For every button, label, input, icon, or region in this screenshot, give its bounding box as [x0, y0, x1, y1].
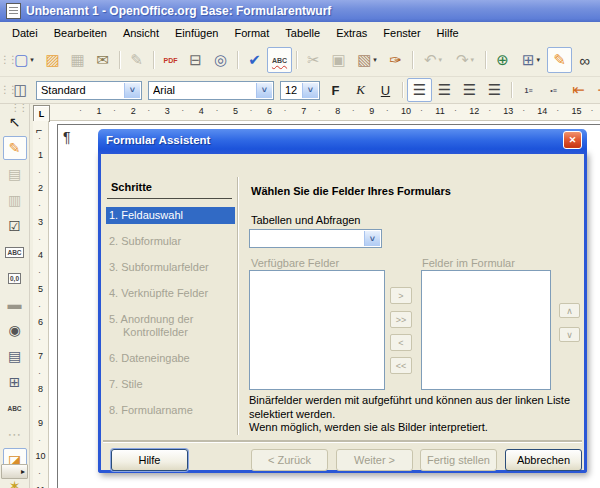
close-icon[interactable]: ✕: [563, 131, 582, 149]
move-button[interactable]: ∧: [559, 303, 580, 318]
move-button[interactable]: ∨: [559, 327, 580, 342]
dropdown-icon[interactable]: ˅: [302, 83, 318, 98]
menu-item[interactable]: Extras: [328, 24, 375, 42]
cut-icon[interactable]: ✂: [301, 47, 326, 73]
print-icon[interactable]: ⊟: [183, 47, 208, 73]
paragraph-style-combo[interactable]: Standard ˅: [36, 81, 142, 100]
page-preview-icon[interactable]: ◎: [208, 47, 233, 73]
save-icon[interactable]: ▦: [65, 47, 90, 73]
font-size-combo[interactable]: 12 ˅: [280, 81, 320, 100]
text-box-icon[interactable]: ABC: [3, 240, 27, 264]
wizard-step[interactable]: 2. Subformular: [106, 233, 235, 250]
toolbar-overflow-button[interactable]: ▸: [1, 464, 28, 479]
more-controls-icon[interactable]: ⋯: [3, 422, 27, 446]
toolbar-grip[interactable]: [0, 87, 8, 93]
font-name-combo[interactable]: Arial ˅: [148, 81, 274, 100]
dialog-button[interactable]: Fertig stellen: [420, 449, 497, 471]
tab-selector-button[interactable]: L: [33, 105, 50, 122]
align-right-icon[interactable]: ☰: [457, 78, 482, 102]
wizard-step[interactable]: 8. Formularname: [106, 402, 235, 419]
checkbox-icon[interactable]: ☑: [3, 214, 27, 238]
transfer-button[interactable]: <<: [390, 357, 412, 374]
menu-item[interactable]: Tabelle: [277, 24, 328, 42]
increase-indent-icon[interactable]: ⇥: [591, 78, 600, 102]
wizard-step[interactable]: 6. Dateneingabe: [106, 350, 235, 367]
spellcheck-icon[interactable]: ✔: [242, 47, 267, 73]
decrease-indent-icon[interactable]: ⇤: [566, 78, 591, 102]
format-paintbrush-icon[interactable]: ✑: [383, 47, 408, 73]
find-icon[interactable]: ∞: [572, 47, 597, 73]
justify-icon[interactable]: ☰: [482, 78, 507, 102]
menu-item[interactable]: Format: [226, 24, 277, 42]
align-left-icon[interactable]: ☰: [407, 78, 432, 102]
combo-box-icon[interactable]: ⊞: [3, 370, 27, 394]
vertical-ruler: 1234567891011: [33, 121, 49, 488]
push-button-icon[interactable]: ▬: [3, 292, 27, 316]
wizard-step[interactable]: 1. Feldauswahl: [106, 207, 235, 224]
menu-item[interactable]: Fenster: [375, 24, 428, 42]
new-document-icon[interactable]: ▢: [8, 47, 40, 73]
list-box-icon[interactable]: ▤: [3, 344, 27, 368]
app-icon: [6, 3, 21, 19]
ruler-number: 2: [100, 104, 134, 120]
dialog-button[interactable]: Abbrechen: [505, 449, 582, 471]
open-icon[interactable]: ▨: [40, 47, 65, 73]
dialog-button[interactable]: < Zurück: [251, 449, 328, 471]
ruler-number: 16: [577, 104, 600, 120]
ruler-number: 8: [33, 356, 48, 390]
edit-file-icon[interactable]: ✎: [124, 47, 149, 73]
available-fields-listbox[interactable]: [249, 270, 385, 390]
dialog-titlebar[interactable]: Formular Assistent ✕: [98, 129, 587, 154]
stylist-icon[interactable]: ◫: [8, 78, 33, 102]
label-field-icon[interactable]: ABC: [3, 396, 27, 420]
ruler-number: 3: [134, 104, 168, 120]
dialog-button[interactable]: Hilfe: [111, 449, 188, 471]
design-mode-on-off-icon[interactable]: ✎: [3, 136, 27, 160]
form-wizard-dialog: Formular Assistent ✕ Schritte 1. Feldaus…: [98, 151, 587, 473]
dropdown-icon[interactable]: ˅: [364, 231, 380, 246]
dropdown-icon[interactable]: ˅: [124, 83, 140, 98]
tables-queries-combo[interactable]: ˅: [249, 229, 382, 248]
redo-icon[interactable]: ↷: [449, 47, 481, 73]
underline-icon[interactable]: U: [373, 78, 398, 102]
paste-icon[interactable]: ▧: [351, 47, 383, 73]
menu-item[interactable]: Ansicht: [115, 24, 167, 42]
transfer-button[interactable]: >>: [390, 311, 412, 328]
undo-icon[interactable]: ↶: [417, 47, 449, 73]
page-border-top: [57, 124, 600, 125]
hyperlink-icon[interactable]: ⊕: [490, 47, 515, 73]
menu-item[interactable]: Bearbeiten: [46, 24, 115, 42]
mail-icon[interactable]: ✉: [90, 47, 115, 73]
wizard-step[interactable]: 7. Stile: [106, 376, 235, 393]
bullet-list-icon[interactable]: •≡: [541, 78, 566, 102]
dropdown-icon[interactable]: ˅: [256, 83, 272, 98]
form-properties-icon[interactable]: ▥: [3, 188, 27, 212]
wizard-step[interactable]: 3. Subformularfelder: [106, 259, 235, 276]
select-icon[interactable]: ↖: [3, 110, 27, 134]
window-title: Unbenannt 1 - OpenOffice.org Base: Formu…: [26, 4, 331, 18]
autospellcheck-icon[interactable]: ABC: [267, 47, 292, 73]
menu-item[interactable]: Einfügen: [167, 24, 226, 42]
menu-item[interactable]: Hilfe: [429, 24, 467, 42]
option-button-icon[interactable]: ◉: [3, 318, 27, 342]
export-pdf-icon[interactable]: PDF: [158, 47, 183, 73]
edit-mode-icon[interactable]: ✎: [547, 47, 572, 73]
dialog-button[interactable]: Weiter >: [336, 449, 413, 471]
insert-table-icon[interactable]: ⊞: [515, 47, 547, 73]
numbered-list-icon[interactable]: 1≡: [516, 78, 541, 102]
formatted-field-icon[interactable]: 0,0: [3, 266, 27, 290]
copy-icon[interactable]: ▣: [326, 47, 351, 73]
italic-icon[interactable]: K: [348, 78, 373, 102]
bold-icon[interactable]: F: [323, 78, 348, 102]
wizard-step[interactable]: 5. Anordnung der Kontrollfelder: [106, 311, 235, 341]
toolbar-grip[interactable]: [0, 57, 8, 63]
fields-in-form-listbox[interactable]: [421, 270, 551, 390]
transfer-button[interactable]: >: [390, 287, 412, 304]
menu-item[interactable]: Datei: [4, 24, 46, 42]
ruler-number: 12: [441, 104, 475, 120]
align-center-icon[interactable]: ☰: [432, 78, 457, 102]
ruler-number: 15: [543, 104, 577, 120]
transfer-button[interactable]: <: [390, 334, 412, 351]
wizard-step[interactable]: 4. Verknüpfte Felder: [106, 285, 235, 302]
control-properties-icon[interactable]: ▤: [3, 162, 27, 186]
